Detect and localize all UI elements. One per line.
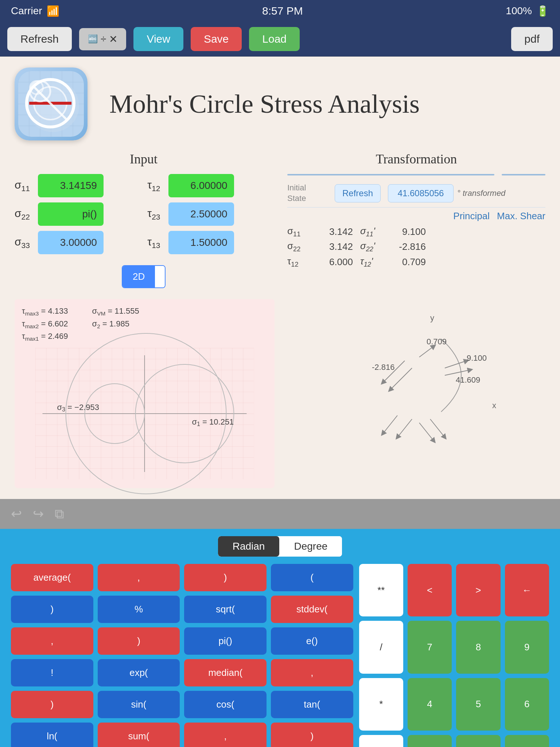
save-button[interactable]: Save [191, 27, 242, 51]
calc-divide[interactable]: / [359, 621, 403, 673]
svg-line-34 [445, 361, 467, 368]
dim-toggle: 2D 3D [122, 265, 166, 288]
refresh-button[interactable]: Refresh [7, 27, 72, 51]
mohr-circle-svg: σ3 = −2.953 σ1 = 10.251 [22, 348, 267, 479]
calc-cos[interactable]: cos( [184, 691, 267, 718]
status-bar: Carrier 📶 8:57 PM 100% 🔋 [0, 0, 560, 22]
calc-stddev[interactable]: stddev( [271, 596, 353, 623]
app-title: Mohr's Circle Stress Analysis [109, 89, 420, 119]
calc-rparen5[interactable]: ) [271, 723, 353, 747]
calc-5[interactable]: 5 [456, 678, 500, 731]
calc-1[interactable]: 1 [408, 735, 452, 747]
transformation-angle: 41.6085056 [388, 184, 454, 202]
calc-factorial[interactable]: ! [11, 659, 93, 686]
calc-3[interactable]: 3 [505, 735, 549, 747]
abc-button[interactable]: 🔤 ÷ ✕ [79, 28, 126, 50]
battery-label: 100% [506, 5, 532, 17]
btn-2d[interactable]: 2D [122, 266, 155, 287]
svg-line-32 [419, 346, 434, 357]
transformation-title: Transformation [287, 151, 545, 167]
calc-4[interactable]: 4 [408, 678, 452, 731]
transform-row-1: σ22 3.142 σ22' -2.816 [287, 240, 545, 253]
svg-text:y: y [430, 313, 434, 322]
calc-8[interactable]: 8 [456, 621, 500, 673]
calc-average[interactable]: average( [11, 564, 93, 591]
calc-multiply[interactable]: * [359, 678, 403, 731]
calc-rparen4[interactable]: ) [11, 691, 93, 718]
calc-rparen2[interactable]: ) [11, 596, 93, 623]
toolbar: Refresh 🔤 ÷ ✕ View Save Load pdf [0, 22, 560, 57]
radian-button[interactable]: Radian [218, 536, 280, 557]
svg-line-39 [430, 419, 445, 437]
svg-line-37 [383, 415, 397, 434]
calc-lt[interactable]: < [408, 564, 452, 616]
carrier-label: Carrier [11, 5, 42, 17]
calc-sqrt[interactable]: sqrt( [184, 596, 267, 623]
calc-percent[interactable]: % [98, 596, 180, 623]
calc-2[interactable]: 2 [456, 735, 500, 747]
t-val2-0: 9.100 [389, 226, 426, 237]
calc-gt[interactable]: > [456, 564, 500, 616]
calc-9[interactable]: 9 [505, 621, 549, 673]
calc-sin[interactable]: sin( [98, 691, 180, 718]
calc-ln[interactable]: ln( [11, 723, 93, 747]
svg-text:x: x [492, 401, 496, 410]
calculator: Radian Degree average( , ) ( ) % sqrt( s… [0, 529, 560, 747]
degree-button[interactable]: Degree [279, 536, 342, 557]
calc-pi[interactable]: pi() [184, 627, 267, 655]
calc-median[interactable]: median( [184, 659, 267, 686]
svg-text:0.709: 0.709 [427, 337, 447, 346]
main-content: Mohr's Circle Stress Analysis Input σ11 … [0, 57, 560, 499]
transformation-refresh-button[interactable]: Refresh [335, 184, 381, 202]
radian-degree-toggle: Radian Degree [11, 536, 549, 557]
degree-label: ° transformed [457, 189, 505, 198]
calc-tan[interactable]: tan( [271, 691, 353, 718]
calc-rparen3[interactable]: ) [98, 627, 180, 655]
tau23-input[interactable] [168, 202, 234, 226]
redo-button[interactable]: ↪ [33, 506, 44, 522]
view-button[interactable]: View [133, 27, 183, 51]
calc-rparen1[interactable]: ) [184, 564, 267, 591]
stress-diagram-svg: y x 41.609 -2.816 0.709 9.100 [324, 310, 507, 477]
calc-sum[interactable]: sum( [98, 723, 180, 747]
btn-3d[interactable]: 3D [155, 266, 166, 287]
calc-comma2[interactable]: , [11, 627, 93, 655]
transform-row-2: τ12 6.000 τ12' 0.709 [287, 256, 545, 268]
battery-icon: 🔋 [536, 5, 549, 17]
calc-comma3[interactable]: , [271, 659, 353, 686]
t-val2-2: 0.709 [389, 256, 426, 268]
calc-lparen1[interactable]: ( [271, 564, 353, 591]
clipboard-button[interactable]: ⧉ [55, 506, 64, 522]
calc-6[interactable]: 6 [505, 678, 549, 731]
app-icon [15, 67, 88, 140]
maxshear-button[interactable]: Max. Shear [497, 210, 545, 222]
sigma22-input[interactable] [38, 202, 104, 226]
status-left: Carrier 📶 [11, 5, 59, 17]
calc-left-buttons: average( , ) ( ) % sqrt( stddev( , ) pi(… [11, 564, 353, 747]
principal-button[interactable]: Principal [453, 210, 490, 222]
tmax2-label: τmax2 = 6.602 [22, 319, 68, 328]
calc-toolbar: ↩ ↪ ⧉ [0, 499, 560, 529]
header-row: Mohr's Circle Stress Analysis [15, 67, 545, 140]
input-grid: σ11 τ12 σ22 τ23 σ33 τ13 [15, 174, 273, 254]
undo-button[interactable]: ↩ [11, 506, 22, 522]
calc-exp[interactable]: exp( [98, 659, 180, 686]
sigma11-input[interactable] [38, 174, 104, 197]
transformation-section: Transformation InitialState Refresh 41.6… [287, 151, 545, 288]
tau12-input[interactable] [168, 174, 234, 197]
svg-text:-2.816: -2.816 [372, 363, 394, 372]
tau13-input[interactable] [168, 231, 234, 254]
pdf-button[interactable]: pdf [511, 27, 553, 51]
calc-backspace[interactable]: ← [505, 564, 549, 616]
load-button[interactable]: Load [249, 27, 300, 51]
input-transform-row: Input σ11 τ12 σ22 τ23 σ33 τ13 [15, 151, 545, 288]
calc-power[interactable]: ** [359, 564, 403, 616]
calc-comma4[interactable]: , [184, 723, 267, 747]
sigma33-input[interactable] [38, 231, 104, 254]
transform-row-0: σ11 3.142 σ11' 9.100 [287, 225, 545, 238]
calc-e[interactable]: e() [271, 627, 353, 655]
calc-7[interactable]: 7 [408, 621, 452, 673]
calc-minus[interactable]: - [359, 735, 403, 747]
mohr-circle-chart: τmax3 = 4.133 σVM = 11.555 τmax2 = 6.602… [15, 299, 275, 488]
calc-comma1[interactable]: , [98, 564, 180, 591]
